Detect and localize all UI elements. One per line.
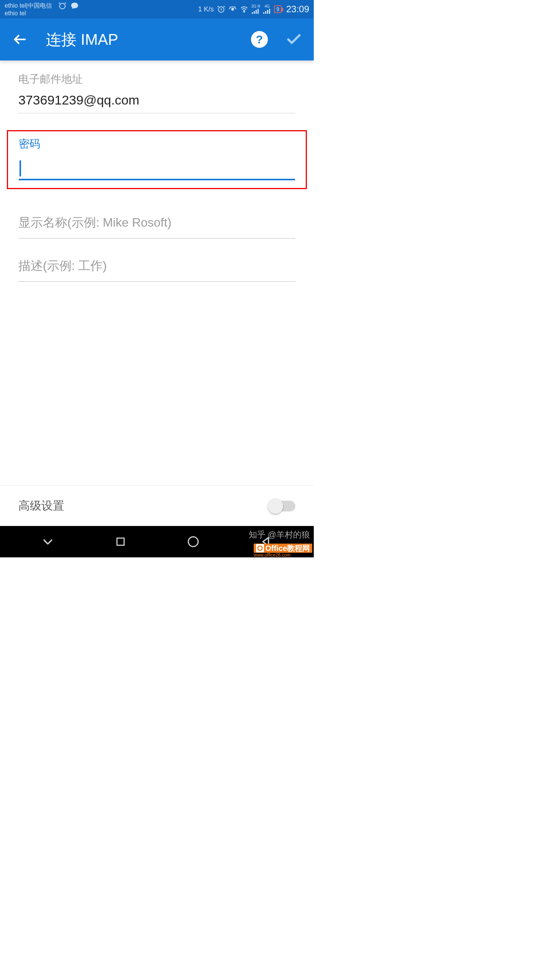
signal-4g: 4G: [263, 5, 271, 14]
email-field[interactable]: 373691239@qq.com: [18, 90, 295, 113]
svg-point-2: [231, 8, 234, 10]
svg-rect-11: [269, 9, 270, 14]
eye-icon: [228, 5, 237, 13]
advanced-settings-toggle[interactable]: [269, 501, 295, 511]
status-right: 1 K/s 2G R 4G 9 23:09: [198, 4, 309, 15]
watermark-zhihu: 知乎 @羊村的狼: [249, 529, 310, 541]
battery-icon: 9: [274, 5, 282, 13]
email-field-group: 电子邮件地址 373691239@qq.com: [18, 72, 295, 113]
svg-rect-9: [265, 11, 266, 14]
nav-hide-keyboard-button[interactable]: [33, 532, 63, 551]
carrier-text-2: ethio tel: [5, 10, 79, 17]
alarm-icon: [217, 5, 225, 13]
status-carrier: ethio tel|中国电信 ethio tel: [5, 2, 79, 17]
chat-bubble-icon: [70, 2, 79, 10]
display-name-field-group: 显示名称(示例: Mike Rosoft): [18, 212, 295, 238]
carrier-text-1: ethio tel|中国电信: [5, 2, 52, 9]
description-field-group: 描述(示例: 工作): [18, 255, 295, 282]
status-bar: ethio tel|中国电信 ethio tel 1 K/s 2G R: [0, 0, 314, 18]
imap-form: 电子邮件地址 373691239@qq.com 密码 显示名称(示例: Mike…: [0, 60, 314, 282]
nav-home-button[interactable]: [178, 532, 209, 551]
svg-rect-12: [117, 538, 124, 546]
confirm-button[interactable]: [283, 29, 305, 50]
svg-point-3: [243, 11, 245, 12]
svg-rect-5: [254, 11, 255, 14]
description-field[interactable]: 描述(示例: 工作): [18, 255, 295, 282]
network-speed: 1 K/s: [198, 5, 214, 13]
password-label: 密码: [19, 137, 295, 151]
advanced-settings-label: 高级设置: [18, 498, 64, 514]
help-icon: ?: [256, 33, 263, 46]
svg-rect-6: [256, 10, 257, 14]
watermark-office: OOffice教程网 www.office26.com: [254, 544, 312, 557]
toggle-knob: [268, 498, 283, 514]
help-button[interactable]: ?: [251, 31, 268, 48]
svg-rect-8: [263, 12, 264, 14]
password-field[interactable]: [19, 159, 295, 180]
alarm-outline-icon: [58, 2, 67, 10]
svg-point-0: [60, 3, 65, 9]
password-highlight: 密码: [7, 130, 307, 189]
display-name-field[interactable]: 显示名称(示例: Mike Rosoft): [18, 212, 295, 238]
svg-point-13: [188, 537, 198, 547]
text-cursor: [20, 160, 21, 176]
email-label: 电子邮件地址: [18, 72, 295, 87]
page-title: 连接 IMAP: [46, 29, 251, 50]
advanced-settings-row: 高级设置: [0, 485, 314, 526]
nav-recent-button[interactable]: [105, 532, 136, 551]
svg-rect-10: [267, 10, 268, 14]
svg-rect-7: [258, 9, 259, 14]
back-button[interactable]: [9, 29, 31, 50]
signal-2g: 2G R: [251, 5, 260, 14]
wifi-icon: [240, 5, 248, 13]
svg-rect-4: [252, 12, 253, 14]
app-bar: 连接 IMAP ?: [0, 18, 314, 60]
clock-time: 23:09: [286, 4, 309, 15]
